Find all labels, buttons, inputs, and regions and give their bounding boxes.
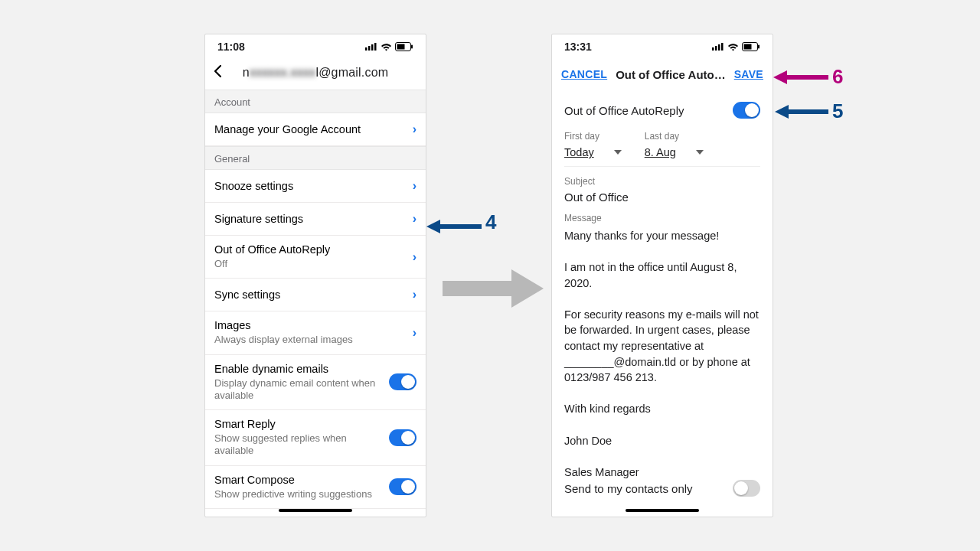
row-autoreply-toggle: Out of Office AutoReply [564,97,760,128]
chevron-right-icon: › [413,288,416,302]
svg-rect-6 [397,44,405,50]
status-time: 13:31 [564,41,592,53]
row-manage-account[interactable]: Manage your Google Account › [205,113,426,146]
section-general: General [205,146,426,170]
svg-rect-8 [715,46,717,51]
chevron-right-icon: › [413,250,416,264]
row-signature-settings[interactable]: Signature settings › [205,203,426,236]
chevron-right-icon: › [413,326,416,340]
svg-marker-19 [773,70,787,84]
chevron-right-icon: › [413,179,416,193]
svg-rect-10 [721,43,724,51]
autoreply-phone: 13:31 CANCEL Out of Office Auto… SAVE Ou… [551,34,773,517]
settings-header: nxxxxxx.xxxxl@gmail.com [205,59,426,90]
row-snooze-settings[interactable]: Snooze settings › [205,170,426,203]
svg-rect-9 [718,44,720,51]
settings-phone: 11:08 nxxxxxx.xxxxl@gmail.com Account Ma… [204,34,426,517]
settings-title: nxxxxxx.xxxxl@gmail.com [224,66,407,80]
first-day-picker[interactable]: First day Today [564,131,622,158]
toggle-smart-compose[interactable] [389,478,416,495]
save-button[interactable]: SAVE [734,68,763,80]
dropdown-icon [614,150,622,155]
home-indicator-icon [626,509,699,512]
section-account: Account [205,90,426,113]
svg-marker-15 [426,220,440,233]
svg-marker-17 [775,105,789,119]
svg-rect-13 [744,44,752,50]
autoreply-header: CANCEL Out of Office Auto… SAVE [552,59,773,90]
row-sync-settings[interactable]: Sync settings › [205,279,426,311]
row-out-of-office[interactable]: Out of Office AutoReply Off › [205,236,426,279]
autoreply-label: Out of Office AutoReply [564,104,684,117]
home-indicator-icon [279,509,352,512]
svg-rect-0 [365,47,368,51]
annotation-5: 5 [832,99,843,123]
flow-arrow-icon [443,269,544,308]
chevron-right-icon: › [413,212,416,226]
contacts-only-label: Send to my contacts only [564,482,693,495]
row-contacts-only: Send to my contacts only [564,480,760,497]
date-range-row: First day Today Last day 8. Aug [564,128,760,167]
toggle-contacts-only[interactable] [733,480,760,497]
row-smart-compose[interactable]: Smart Compose Show predictive writing su… [205,466,426,509]
arrow-5-icon [775,103,828,120]
cancel-button[interactable]: CANCEL [561,68,607,80]
svg-rect-1 [368,46,371,51]
svg-rect-2 [371,44,374,51]
annotation-4: 4 [485,210,496,234]
svg-rect-7 [712,47,714,51]
last-day-picker[interactable]: Last day 8. Aug [645,131,704,158]
row-dynamic-emails[interactable]: Enable dynamic emails Display dynamic em… [205,355,426,411]
status-bar: 13:31 [552,34,773,59]
message-field[interactable]: Message Many thanks for your message! I … [564,213,760,480]
svg-rect-5 [411,45,413,49]
toggle-autoreply[interactable] [733,102,760,119]
status-time: 11:08 [217,41,245,53]
status-icons [712,42,760,51]
row-images[interactable]: Images Always display external images › [205,311,426,354]
arrow-6-icon [773,69,828,86]
annotation-6: 6 [832,65,843,89]
chevron-right-icon: › [413,122,416,136]
arrow-4-icon [426,218,482,235]
row-smart-reply[interactable]: Smart Reply Show suggested replies when … [205,410,426,466]
toggle-dynamic-emails[interactable] [389,373,416,390]
toggle-smart-reply[interactable] [389,429,416,446]
subject-field[interactable]: Subject Out of Office [564,176,760,204]
page-title: Out of Office Auto… [607,68,734,81]
back-icon[interactable] [213,64,224,81]
status-icons [365,42,413,51]
svg-rect-3 [374,43,377,51]
dropdown-icon [696,150,704,155]
svg-rect-12 [758,45,760,49]
status-bar: 11:08 [205,34,426,59]
